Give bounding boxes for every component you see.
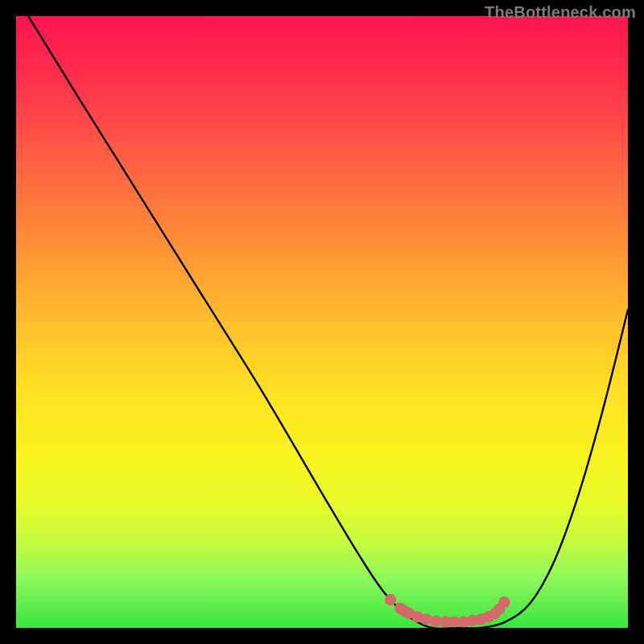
plot-area (16, 16, 628, 628)
marker-dot (420, 613, 431, 625)
chart-stage: TheBottleneck.com (0, 0, 644, 644)
marker-dot (385, 594, 396, 605)
plot-svg (16, 16, 628, 628)
marker-dot (498, 597, 510, 608)
optimal-range-markers (385, 594, 510, 628)
curve-line (28, 16, 628, 628)
watermark-text: TheBottleneck.com (485, 3, 636, 22)
